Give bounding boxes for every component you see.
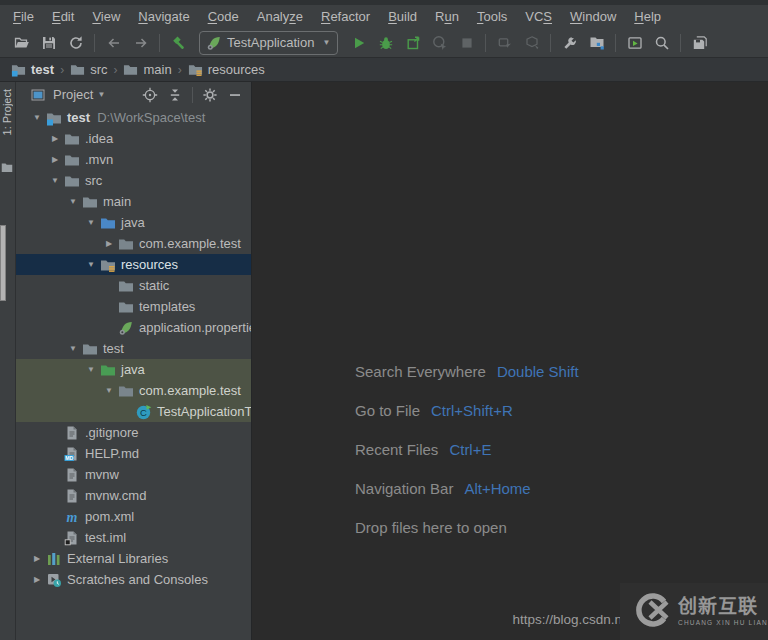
main-area: 1: Project Project ▼ ▼testD:\WorkSpace\t… [0, 82, 768, 640]
synchronize-icon[interactable] [62, 31, 89, 55]
toolbar-divider [159, 34, 160, 52]
tree-row-templates[interactable]: templates [16, 296, 251, 317]
shortcut-label: Navigation Bar [355, 480, 453, 497]
chevron-expanded-icon[interactable]: ▼ [64, 197, 82, 206]
tree-row-.gitignore[interactable]: .gitignore [16, 422, 251, 443]
chevron-collapsed-icon[interactable]: ▶ [100, 239, 118, 248]
chevron-collapsed-icon[interactable]: ▶ [46, 134, 64, 143]
navigation-breadcrumb-bar: test›src›main›resources [0, 57, 768, 82]
tree-row-resources[interactable]: ▼resources [16, 254, 251, 275]
svg-text:C: C [140, 407, 147, 418]
chevron-expanded-icon[interactable]: ▼ [100, 386, 118, 395]
profiler-icon [426, 31, 453, 55]
project-tool-window-tab[interactable]: 1: Project [1, 89, 13, 135]
commit-save-icon[interactable] [686, 31, 713, 55]
project-path: D:\WorkSpace\test [97, 110, 205, 125]
menu-build[interactable]: Build [379, 7, 426, 26]
tree-row-main[interactable]: ▼main [16, 191, 251, 212]
search-icon[interactable] [648, 31, 675, 55]
chevron-expanded-icon[interactable]: ▼ [46, 176, 64, 185]
chevron-collapsed-icon[interactable]: ▶ [28, 554, 46, 563]
menu-help[interactable]: Help [625, 7, 670, 26]
menu-code[interactable]: Code [199, 7, 248, 26]
tree-row-com.example.test[interactable]: ▼com.example.test [16, 380, 251, 401]
menu-vcs[interactable]: VCS [516, 7, 561, 26]
tree-row-static[interactable]: static [16, 275, 251, 296]
chevron-down-icon: ▼ [97, 90, 105, 99]
gear-icon[interactable] [202, 87, 218, 103]
menu-analyze[interactable]: Analyze [248, 7, 312, 26]
run-icon[interactable] [345, 31, 372, 55]
menu-navigate[interactable]: Navigate [129, 7, 198, 26]
tree-row-java[interactable]: ▼java [16, 359, 251, 380]
chevron-expanded-icon[interactable]: ▼ [82, 218, 100, 227]
tree-row-test.iml[interactable]: test.iml [16, 527, 251, 548]
chevron-expanded-icon[interactable]: ▼ [64, 344, 82, 353]
chevron-expanded-icon[interactable]: ▼ [82, 365, 100, 374]
breadcrumb-separator: › [113, 63, 117, 77]
toolbar-divider [615, 34, 616, 52]
save-all-icon[interactable] [35, 31, 62, 55]
breadcrumb-separator: › [178, 63, 182, 77]
menu-edit[interactable]: Edit [43, 7, 83, 26]
scrollbar-thumb[interactable] [0, 225, 6, 301]
breadcrumb-label: test [31, 62, 54, 77]
tree-item-label: application.properties [139, 320, 252, 335]
menu-refactor[interactable]: Refactor [312, 7, 379, 26]
menu-tools[interactable]: Tools [468, 7, 516, 26]
tree-item-label: mvnw.cmd [85, 488, 146, 503]
file-text-icon [64, 425, 80, 441]
tree-item-label: static [139, 278, 169, 293]
run-configuration-select[interactable]: TestApplication▼ [199, 31, 338, 55]
breadcrumb-item-src[interactable]: src [68, 62, 109, 77]
tree-row-external-libraries[interactable]: ▶External Libraries [16, 548, 251, 569]
folder-icon [118, 278, 134, 294]
project-structure-icon[interactable] [583, 31, 610, 55]
tree-row-mvnw.cmd[interactable]: mvnw.cmd [16, 485, 251, 506]
run-with-coverage-icon[interactable] [399, 31, 426, 55]
tree-row-mvnw[interactable]: mvnw [16, 464, 251, 485]
chevron-collapsed-icon[interactable]: ▶ [28, 575, 46, 584]
tree-row-test[interactable]: ▼testD:\WorkSpace\test [16, 107, 251, 128]
tool-window-stripe: 1: Project [0, 82, 16, 640]
menu-window[interactable]: Window [561, 7, 625, 26]
tree-row-pom.xml[interactable]: mpom.xml [16, 506, 251, 527]
settings-wrench-icon[interactable] [556, 31, 583, 55]
locate-file-icon[interactable] [142, 87, 158, 103]
run-anything-icon[interactable] [621, 31, 648, 55]
breadcrumb-item-test[interactable]: test [9, 62, 56, 77]
breadcrumb-item-resources[interactable]: resources [186, 62, 267, 77]
tree-row-application.properties[interactable]: application.properties [16, 317, 251, 338]
tree-row-.mvn[interactable]: ▶.mvn [16, 149, 251, 170]
tree-row-src[interactable]: ▼src [16, 170, 251, 191]
hide-panel-icon[interactable] [227, 87, 243, 103]
breadcrumb-label: resources [208, 62, 265, 77]
tree-row-com.example.test[interactable]: ▶com.example.test [16, 233, 251, 254]
shortcut-hint-line: Search EverywhereDouble Shift [355, 352, 579, 391]
tree-row-testapplicationtests[interactable]: CTestApplicationTests [16, 401, 251, 422]
breadcrumb-item-main[interactable]: main [121, 62, 173, 77]
menu-run[interactable]: Run [426, 7, 468, 26]
chevron-expanded-icon[interactable]: ▼ [28, 113, 46, 122]
menu-file[interactable]: File [4, 7, 43, 26]
tree-row-test[interactable]: ▼test [16, 338, 251, 359]
build-project-icon[interactable] [165, 31, 192, 55]
shortcut-label: Search Everywhere [355, 363, 486, 380]
tree-row-.idea[interactable]: ▶.idea [16, 128, 251, 149]
debug-icon[interactable] [372, 31, 399, 55]
project-view-selector[interactable]: Project [53, 87, 93, 102]
folder-java-icon [100, 215, 116, 231]
collapse-all-icon[interactable] [167, 87, 183, 103]
chevron-collapsed-icon[interactable]: ▶ [46, 155, 64, 164]
tree-row-java[interactable]: ▼java [16, 212, 251, 233]
open-file-icon[interactable] [8, 31, 35, 55]
chevron-expanded-icon[interactable]: ▼ [82, 260, 100, 269]
main-toolbar: TestApplication▼ [0, 28, 768, 57]
tree-row-scratches-and-consoles[interactable]: ▶Scratches and Consoles [16, 569, 251, 590]
folder-resources-icon [188, 62, 203, 77]
tree-row-help.md[interactable]: MDHELP.md [16, 443, 251, 464]
menu-view[interactable]: View [83, 7, 129, 26]
tree-item-label: .mvn [85, 152, 113, 167]
divider [192, 87, 193, 103]
ext-lib-icon [46, 551, 62, 567]
